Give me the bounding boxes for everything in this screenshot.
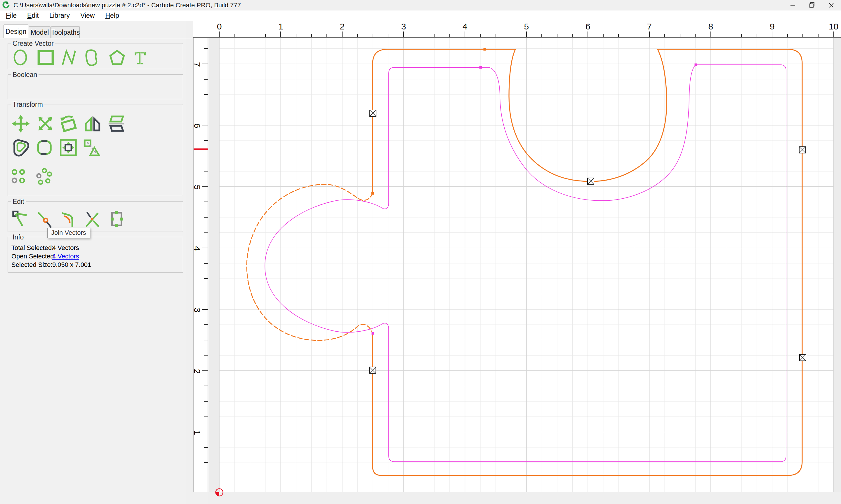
vruler-tick xyxy=(202,309,208,310)
align-icon[interactable] xyxy=(59,138,78,157)
rotate-icon[interactable] xyxy=(59,114,78,133)
linear-array-icon[interactable] xyxy=(10,168,29,186)
hruler-tick xyxy=(803,34,803,37)
title-bar: C:\Users\willa\Downloads\new puzzle # 2.… xyxy=(0,0,841,11)
restore-button[interactable] xyxy=(803,0,822,11)
hruler-tick xyxy=(772,32,772,37)
hruler-tick xyxy=(695,34,696,37)
vruler-tick xyxy=(204,79,208,79)
rectangle-tool-icon[interactable] xyxy=(36,48,55,67)
info-row-value: 4 Vectors xyxy=(52,244,79,251)
design-canvas[interactable] xyxy=(208,38,841,504)
hruler-tick xyxy=(757,34,757,37)
trim-inside-icon[interactable] xyxy=(82,138,101,157)
hruler-tick xyxy=(618,34,619,37)
edit-label: Edit xyxy=(11,198,26,205)
hruler-tick xyxy=(357,34,358,37)
hruler-tick xyxy=(342,32,343,37)
hruler-number: 6 xyxy=(585,22,590,32)
minimize-button[interactable] xyxy=(783,0,803,11)
hruler-tick xyxy=(326,34,327,37)
scale-icon[interactable] xyxy=(36,114,55,133)
hruler-tick xyxy=(465,32,465,37)
hruler-tick xyxy=(787,34,788,37)
ellipse-tool-icon[interactable] xyxy=(12,48,30,67)
mirror-horizontal-icon[interactable] xyxy=(83,114,102,133)
path-endpoint-node[interactable] xyxy=(372,192,374,195)
menu-item-file[interactable]: File xyxy=(1,12,21,20)
tooltip-join-vectors: Join Vectors xyxy=(47,228,90,238)
hruler-tick xyxy=(311,34,312,37)
fillet-vectors-icon[interactable] xyxy=(59,210,78,228)
node-edit-icon[interactable] xyxy=(12,210,30,228)
hruler-number: 9 xyxy=(770,22,775,32)
menu-item-view[interactable]: View xyxy=(75,12,99,20)
round-corners-icon[interactable] xyxy=(35,138,54,157)
hruler-tick xyxy=(542,34,542,37)
mirror-vertical-icon[interactable] xyxy=(107,114,125,133)
vruler-tick xyxy=(204,278,208,279)
hruler-tick xyxy=(818,34,819,37)
vruler-number: 7 xyxy=(192,62,202,67)
hruler-tick xyxy=(403,32,404,37)
path-endpoint-node[interactable] xyxy=(484,48,486,51)
vruler-tick xyxy=(204,156,208,156)
trim-vectors-icon[interactable] xyxy=(83,210,101,228)
curve-tool-icon[interactable] xyxy=(83,48,101,67)
open-vectors-link[interactable]: 4 Vectors xyxy=(52,253,79,260)
tab-design[interactable]: Design xyxy=(3,24,28,38)
polygon-tool-icon[interactable] xyxy=(108,48,126,67)
vruler-tick xyxy=(202,248,208,248)
svg-text:T: T xyxy=(135,48,145,67)
vertical-ruler: 1234567 xyxy=(193,21,208,492)
hruler-tick xyxy=(710,32,711,37)
vruler-tick xyxy=(204,447,208,448)
info-row-2: Selected Size:9.050 x 7.001 xyxy=(12,261,91,269)
hruler-tick xyxy=(634,34,634,37)
hruler-number: 2 xyxy=(340,22,345,32)
vruler-tick xyxy=(202,125,208,125)
hruler-tick xyxy=(741,34,742,37)
vruler-number: 1 xyxy=(192,430,202,435)
boolean-label: Boolean xyxy=(11,71,38,79)
vruler-tick xyxy=(204,217,208,218)
hruler-tick xyxy=(664,34,665,37)
hruler-tick xyxy=(511,34,511,37)
info-row-1: Open Selected:4 Vectors xyxy=(12,253,79,260)
menu-item-help[interactable]: Help xyxy=(101,12,123,20)
hruler-number: 7 xyxy=(647,22,652,32)
hruler-tick xyxy=(388,34,389,37)
menu-item-library[interactable]: Library xyxy=(45,12,74,20)
text-tool-icon[interactable]: T xyxy=(131,48,150,67)
path-endpoint-node[interactable] xyxy=(695,64,697,66)
path-endpoint-node[interactable] xyxy=(480,66,482,69)
info-row-0: Total Selected:4 Vectors xyxy=(12,244,79,252)
vruler-tick xyxy=(204,232,208,233)
close-button[interactable] xyxy=(822,0,841,11)
path-endpoint-node[interactable] xyxy=(372,332,374,335)
vruler-tick xyxy=(202,186,208,187)
hruler-number: 8 xyxy=(708,22,714,32)
hruler-tick xyxy=(419,34,419,37)
menu-item-edit[interactable]: Edit xyxy=(22,12,44,20)
hruler-tick xyxy=(587,32,588,37)
offset-icon[interactable] xyxy=(12,138,30,157)
hruler-tick xyxy=(373,34,373,37)
hruler-tick xyxy=(834,32,834,37)
tab-model[interactable]: Model xyxy=(29,26,51,38)
circular-array-icon[interactable] xyxy=(35,168,54,186)
move-icon[interactable] xyxy=(12,114,30,133)
vruler-tick xyxy=(204,171,208,172)
polyline-tool-icon[interactable] xyxy=(59,48,78,67)
join-vectors-icon[interactable] xyxy=(36,210,55,228)
vruler-tick xyxy=(204,385,208,386)
info-row-label: Open Selected: xyxy=(12,253,52,260)
info-row-value: 9.050 x 7.001 xyxy=(52,261,91,268)
edit-size-icon[interactable] xyxy=(107,210,126,228)
hruler-tick xyxy=(572,34,573,37)
vruler-tick xyxy=(204,94,208,95)
vruler-tick xyxy=(204,324,208,325)
vruler-tick xyxy=(204,263,208,264)
tab-toolpaths[interactable]: Toolpaths xyxy=(51,26,80,38)
hruler-tick xyxy=(280,32,281,37)
